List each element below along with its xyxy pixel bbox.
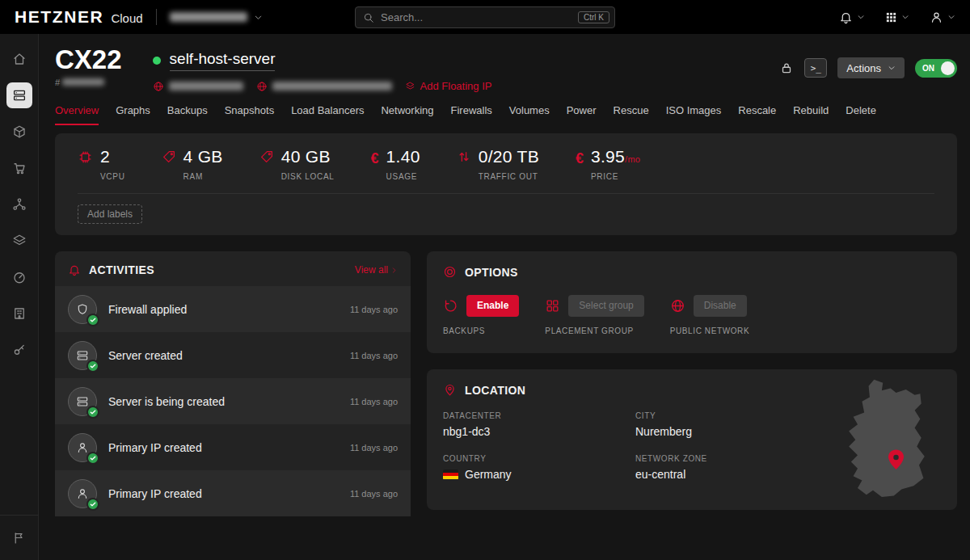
options-title: OPTIONS	[465, 266, 518, 279]
country-name: Germany	[465, 468, 512, 481]
search-input[interactable]	[381, 11, 571, 23]
activity-row: Primary IP created 11 days ago	[55, 470, 411, 516]
disable-public-network-button[interactable]: Disable	[694, 295, 747, 317]
euro-icon: €	[576, 147, 584, 181]
enable-backups-button[interactable]: Enable	[466, 295, 519, 317]
ipv4-chunk	[153, 81, 243, 92]
add-labels-button[interactable]: Add labels	[78, 204, 142, 224]
server-stats-card: 2 VCPU 4 GB RAM 40 GB DISK LOCAL € 1.40	[55, 133, 957, 235]
option-placement-group: Select group PLACEMENT GROUP	[545, 294, 643, 335]
chevron-right-icon	[390, 267, 398, 274]
user-menu[interactable]	[930, 11, 955, 24]
power-toggle[interactable]: ON	[915, 59, 957, 78]
activity-time: 11 days ago	[350, 397, 398, 406]
tab-networking[interactable]: Networking	[381, 104, 433, 125]
redacted-server-id	[62, 78, 104, 86]
stat-traffic: 0/20 TB TRAFFIC OUT	[457, 147, 539, 181]
traffic-arrows-icon	[457, 149, 471, 164]
sidebar-item-datacenters[interactable]	[6, 301, 32, 326]
apps-menu[interactable]	[885, 11, 909, 23]
search-box[interactable]: Ctrl K	[355, 6, 615, 28]
check-badge	[86, 498, 99, 511]
topbar-actions	[839, 11, 955, 24]
servers-icon	[12, 88, 27, 103]
sidebar-item-security[interactable]	[6, 337, 32, 363]
tab-firewalls[interactable]: Firewalls	[451, 104, 492, 125]
tab-load-balancers[interactable]: Load Balancers	[291, 104, 364, 125]
server-name[interactable]: self-host-server	[170, 50, 276, 71]
activity-label: Primary IP created	[108, 441, 202, 454]
tab-snapshots[interactable]: Snapshots	[225, 104, 274, 125]
server-header: CX22 # self-host-server	[55, 46, 957, 92]
hetzner-logo[interactable]: HETZNER Cloud	[15, 7, 143, 27]
location-title: LOCATION	[465, 384, 525, 397]
server-icon	[76, 349, 89, 362]
germany-flag-icon	[443, 469, 458, 480]
lock-icon	[779, 61, 794, 75]
stat-value: 1.40	[386, 147, 420, 166]
sidebar-item-load-balancers[interactable]	[6, 228, 32, 254]
field-value: Nuremberg	[635, 425, 828, 438]
tab-rescale[interactable]: Rescale	[738, 104, 776, 125]
stat-value: 40 GB	[281, 147, 335, 166]
field-label: CITY	[635, 411, 828, 420]
sidebar-item-volumes[interactable]	[6, 119, 32, 145]
sidebar-item-metrics[interactable]	[6, 264, 32, 290]
view-all-link[interactable]: View all	[355, 264, 398, 276]
chevron-down-icon	[947, 13, 955, 21]
tab-iso-images[interactable]: ISO Images	[666, 104, 722, 125]
actions-button[interactable]: Actions	[837, 57, 905, 78]
stat-price: € 3.95/mo PRICE	[576, 147, 640, 181]
activity-row: Firewall applied 11 days ago	[55, 286, 411, 332]
tab-rescue[interactable]: Rescue	[614, 104, 649, 125]
activity-time: 11 days ago	[350, 443, 398, 453]
cpu-chip-icon	[78, 149, 93, 165]
sidebar-item-marketplace[interactable]	[6, 155, 32, 181]
tab-graphs[interactable]: Graphs	[116, 104, 150, 125]
console-button[interactable]: >_	[804, 58, 827, 78]
field-label: DATACENTER	[443, 411, 635, 420]
field-label: COUNTRY	[443, 454, 635, 463]
activities-title: ACTIVITIES	[89, 263, 154, 276]
activity-time: 11 days ago	[350, 305, 398, 314]
option-label: BACKUPS	[443, 326, 519, 335]
bell-icon	[839, 11, 853, 24]
sidebar-item-networks[interactable]	[6, 192, 32, 217]
germany-map	[833, 377, 944, 500]
sidebar-item-support[interactable]	[6, 524, 32, 550]
main-content: CX22 # self-host-server	[39, 34, 970, 560]
disk-tag-icon	[259, 149, 274, 164]
delete-protection-lock[interactable]	[779, 61, 794, 75]
notifications-menu[interactable]	[839, 11, 865, 24]
stat-label: VCPU	[100, 172, 125, 181]
stat-vcpu: 2 VCPU	[78, 147, 125, 181]
option-backups: Enable BACKUPS	[443, 294, 519, 335]
divider	[78, 193, 934, 194]
option-label: PUBLIC NETWORK	[670, 326, 749, 335]
stat-value: 4 GB	[183, 147, 223, 166]
add-floating-ip-link[interactable]: Add Floating IP	[405, 80, 492, 92]
activity-avatar	[68, 433, 97, 462]
tab-overview[interactable]: Overview	[55, 104, 99, 125]
layers-icon	[12, 234, 27, 248]
location-field-city: CITY Nuremberg	[635, 411, 828, 438]
price-suffix: /mo	[625, 154, 640, 164]
sidebar-item-servers[interactable]	[6, 82, 32, 108]
project-selector[interactable]	[170, 12, 263, 22]
tab-power[interactable]: Power	[567, 104, 597, 125]
search-icon	[363, 12, 374, 23]
server-tabs: Overview Graphs Backups Snapshots Load B…	[55, 104, 957, 125]
tab-rebuild[interactable]: Rebuild	[793, 104, 829, 125]
cart-icon	[12, 161, 27, 175]
tab-backups[interactable]: Backups	[167, 104, 208, 125]
sidebar-item-home[interactable]	[6, 46, 32, 72]
stat-label: TRAFFIC OUT	[479, 172, 539, 181]
user-icon	[930, 11, 943, 24]
history-icon	[443, 298, 458, 314]
floating-ip-icon	[405, 81, 415, 91]
select-group-button[interactable]: Select group	[568, 295, 643, 317]
user-icon	[76, 441, 89, 454]
location-field-datacenter: DATACENTER nbg1-dc3	[443, 411, 635, 438]
tab-delete[interactable]: Delete	[846, 104, 876, 125]
tab-volumes[interactable]: Volumes	[509, 104, 550, 125]
